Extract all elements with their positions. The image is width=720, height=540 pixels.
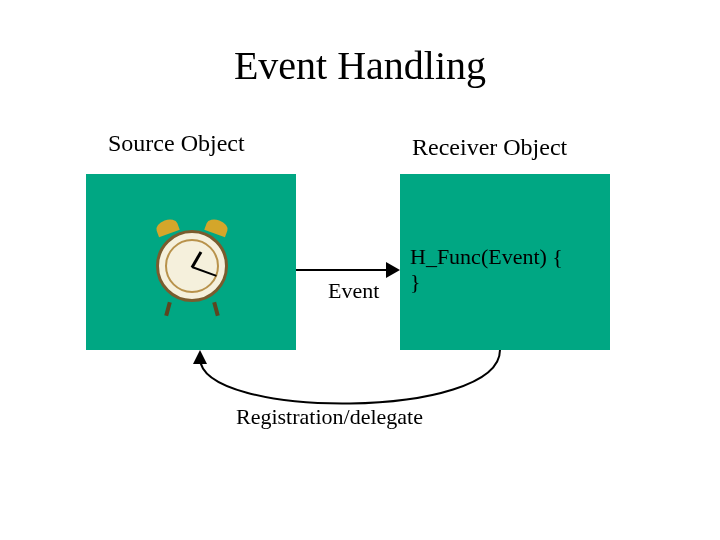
code-line-2: } — [410, 269, 421, 294]
event-arrow-label: Event — [328, 278, 379, 304]
registration-arrow — [184, 350, 516, 450]
arrow-up-icon — [193, 350, 207, 364]
arrow-right-icon — [386, 262, 400, 278]
event-arrow — [296, 262, 400, 278]
page-title: Event Handling — [0, 42, 720, 89]
source-object-label: Source Object — [108, 130, 245, 157]
receiver-object-label: Receiver Object — [412, 134, 567, 161]
source-object-box — [86, 174, 296, 350]
receiver-object-box: H_Func(Event) { } — [400, 174, 610, 350]
registration-arrow-label: Registration/delegate — [236, 404, 423, 430]
code-line-1: H_Func(Event) { — [410, 244, 563, 269]
slide: Event Handling Source Object Receiver Ob… — [0, 0, 720, 540]
alarm-clock-icon — [152, 220, 232, 312]
handler-code: H_Func(Event) { } — [410, 244, 563, 295]
